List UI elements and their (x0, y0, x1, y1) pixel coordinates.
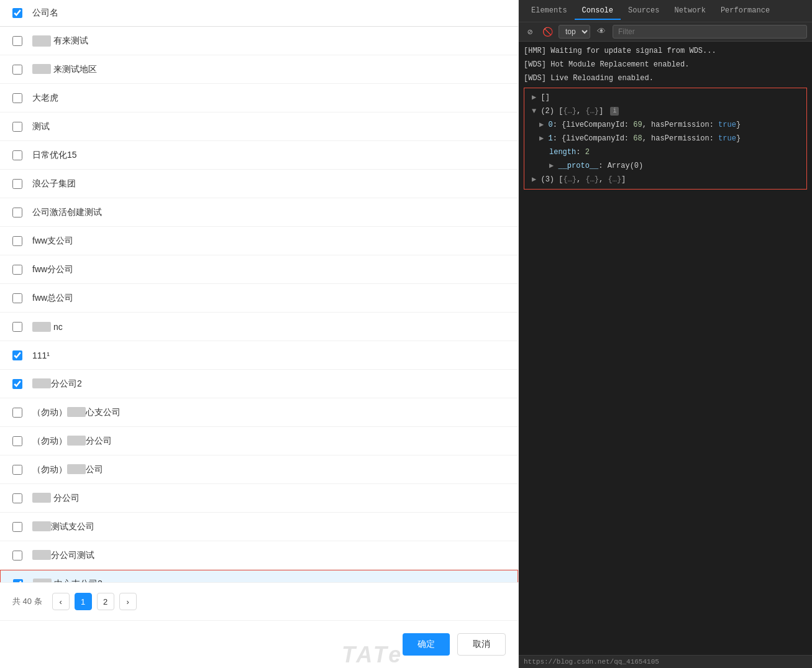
item-checkbox[interactable] (12, 93, 22, 103)
company-name: 111¹ (32, 350, 50, 360)
console-msg-2: [WDS] Hot Module Replacement enabled. (519, 58, 812, 71)
tree-item-1[interactable]: ▶ 1: {liveCompanyId: 68, hasPermission: … (527, 132, 804, 145)
company-name: 分公司测试 (32, 550, 94, 561)
company-name: （勿动）●心支公司 (32, 407, 121, 418)
company-name: fww分公司 (32, 264, 73, 275)
company-name: 分公司2 (32, 378, 82, 390)
tree-item-length: length: 2 (527, 145, 804, 159)
tab-console[interactable]: Console (575, 2, 621, 20)
confirm-button[interactable]: 确定 (403, 633, 450, 656)
item-checkbox[interactable] (12, 65, 22, 75)
list-item[interactable]: （勿动） 公司 (0, 455, 518, 484)
total-count: 共 40 条 (12, 596, 42, 607)
tree-item-0[interactable]: ▶ 0: {liveCompanyId: 69, hasPermission: … (527, 118, 804, 132)
company-name: 日常优化15 (32, 150, 77, 161)
company-name: 来测试地区 (32, 64, 97, 75)
eye-icon[interactable]: 👁 (595, 25, 608, 38)
url-bar: https://blog.csdn.net/qq_41654105 (519, 655, 812, 668)
company-name: （勿动） 分公司 (32, 436, 112, 447)
item-checkbox[interactable] (12, 122, 22, 132)
item-checkbox[interactable] (12, 322, 22, 332)
console-msg-3: [WDS] Live Reloading enabled. (519, 71, 812, 85)
page-1-btn[interactable]: 1 (75, 593, 92, 610)
item-checkbox[interactable] (12, 408, 22, 418)
list-item[interactable]: 公司激活创建测试 (0, 198, 518, 227)
tree-item-proto[interactable]: ▶ __proto__: Array(0) (527, 159, 804, 173)
select-all-checkbox[interactable] (12, 8, 22, 18)
item-checkbox[interactable] (12, 522, 22, 532)
list-item[interactable]: 分公司 (0, 484, 518, 513)
list-item[interactable]: fww支公司 (0, 227, 518, 255)
item-checkbox[interactable] (12, 150, 22, 160)
list-item[interactable]: 分公司测试 (0, 541, 518, 570)
list-item[interactable]: 111¹ (0, 341, 518, 370)
company-name: 大老虎 (32, 93, 58, 104)
context-select[interactable]: top (559, 25, 590, 39)
list-item[interactable]: （勿动）●心支公司 (0, 398, 518, 427)
footer-buttons: 确定 取消 (0, 620, 518, 668)
company-list: 小 有来测试 来测试地区 大老虎 测试 日常优化15 浪公子集团 (0, 27, 518, 582)
list-item[interactable]: 小 有来测试 (0, 27, 518, 55)
company-name: 小 有来测试 (32, 35, 88, 47)
prev-page-btn[interactable]: ‹ (52, 593, 70, 610)
company-name: nc (32, 322, 63, 332)
list-item[interactable]: 日常优化15 (0, 141, 518, 170)
company-header-label: 公司名 (32, 7, 58, 19)
list-item[interactable]: 分公司2 (0, 370, 518, 398)
tree-item-array-3[interactable]: ▶ (3) [{…}, {…}, {…}] (527, 173, 804, 186)
cancel-button[interactable]: 取消 (457, 633, 506, 656)
list-item-highlighted[interactable]: 浙 中心支公司2 (0, 570, 518, 582)
item-checkbox[interactable] (12, 436, 22, 446)
page-2-btn[interactable]: 2 (97, 593, 114, 610)
item-checkbox[interactable] (12, 236, 22, 246)
tab-sources[interactable]: Sources (621, 2, 667, 20)
console-msg-1: [HMR] Waiting for update signal from WDS… (519, 44, 812, 58)
item-checkbox[interactable] (12, 265, 22, 275)
list-item[interactable]: nc (0, 313, 518, 341)
stop-icon[interactable]: ⊘ (524, 25, 536, 38)
console-output: [HMR] Waiting for update signal from WDS… (519, 42, 812, 655)
tab-network[interactable]: Network (667, 2, 713, 20)
tab-performance[interactable]: Performance (713, 2, 777, 20)
list-item[interactable]: 浪公子集团 (0, 170, 518, 198)
company-name: 测试 (32, 121, 50, 132)
header-row: 公司名 (0, 0, 518, 27)
devtools-panel: Elements Console Sources Network Perform… (519, 0, 812, 668)
company-name: fww支公司 (32, 236, 73, 247)
list-item[interactable]: 测试 (0, 112, 518, 141)
item-checkbox[interactable] (12, 551, 22, 560)
company-name: （勿动） 公司 (32, 464, 103, 475)
company-name: 浪公子集团 (32, 178, 76, 190)
company-name: 分公司 (32, 493, 80, 504)
console-red-box: ▶ [] ▼ (2) [{…}, {…}] i ▶ 0: {liveCompan… (524, 88, 807, 190)
list-item[interactable]: fww分公司 (0, 255, 518, 284)
next-page-btn[interactable]: › (119, 593, 137, 610)
filter-input[interactable] (613, 25, 807, 39)
list-item[interactable]: 测试支公司 (0, 513, 518, 541)
list-item[interactable]: fww总公司 (0, 284, 518, 313)
left-panel: 公司名 小 有来测试 来测试地区 大老虎 测试 日常优化15 (0, 0, 519, 668)
tree-item-empty-array[interactable]: ▶ [] (527, 91, 804, 104)
item-checkbox[interactable] (12, 293, 22, 303)
item-checkbox[interactable] (12, 208, 22, 217)
list-item[interactable]: 来测试地区 (0, 55, 518, 84)
item-checkbox[interactable] (12, 379, 22, 389)
tree-item-array-2[interactable]: ▼ (2) [{…}, {…}] i (527, 104, 804, 118)
clear-icon[interactable]: 🚫 (541, 25, 554, 38)
list-item[interactable]: （勿动） 分公司 (0, 427, 518, 455)
item-checkbox[interactable] (12, 179, 22, 189)
company-name: fww总公司 (32, 293, 73, 304)
item-checkbox[interactable] (12, 36, 22, 46)
item-checkbox[interactable] (12, 465, 22, 475)
company-name: 公司激活创建测试 (32, 207, 102, 218)
pagination: 共 40 条 ‹ 1 2 › (0, 582, 518, 620)
tab-elements[interactable]: Elements (524, 2, 575, 20)
list-item[interactable]: 大老虎 (0, 84, 518, 112)
item-checkbox[interactable] (12, 493, 22, 503)
devtools-toolbar: ⊘ 🚫 top 👁 (519, 22, 812, 42)
company-name: 测试支公司 (32, 521, 94, 533)
devtools-tabs-bar: Elements Console Sources Network Perform… (519, 0, 812, 22)
item-checkbox[interactable] (12, 350, 22, 360)
